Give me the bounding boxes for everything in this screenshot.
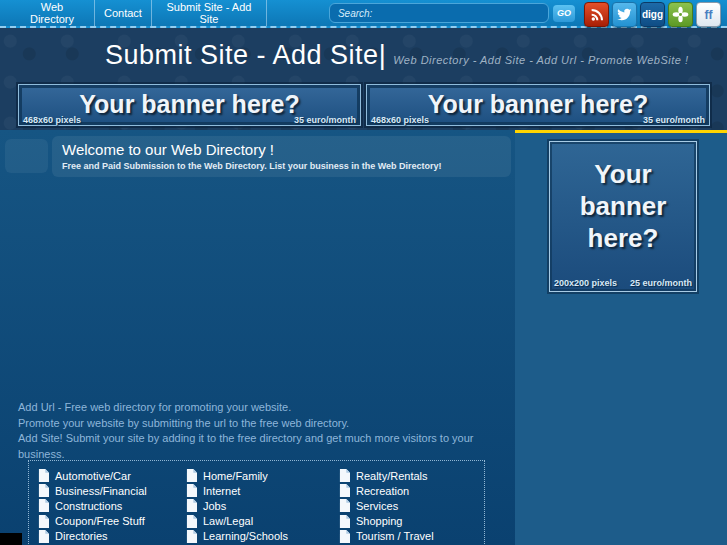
category-label: Services [356,500,398,512]
category-link[interactable]: Jobs [186,498,288,513]
page-icon [38,484,49,497]
friendfeed-label: ff [705,8,713,22]
page-icon [38,499,49,512]
category-link[interactable]: Services [339,498,434,513]
page-icon [339,484,350,497]
intro-text: Add Url - Free web directory for promoti… [18,400,515,462]
intro-line-3: Add Site! Submit your site by adding it … [18,431,515,462]
side-banner-line-3: here? [550,222,696,254]
category-link[interactable]: Shopping [339,514,434,529]
category-link[interactable]: Constructions [38,498,147,513]
category-label: Tourism / Travel [356,530,434,542]
category-label: Shopping [356,515,403,527]
category-link[interactable]: Tourism / Travel [339,529,434,544]
friendfeed-icon[interactable]: ff [696,2,721,27]
category-label: Realty/Rentals [356,470,428,482]
pinwheel-share-icon[interactable] [668,2,693,27]
category-link[interactable]: Law/Legal [186,514,288,529]
nav-item-web-directory[interactable]: Web Directory [10,0,95,26]
category-label: Business/Financial [55,485,147,497]
banner-price-label: 35 euro/month [643,115,705,125]
side-banner-line-2: banner [550,190,696,222]
pinwheel-glyph [672,6,689,23]
welcome-side-tab [5,139,48,173]
category-label: Law/Legal [203,515,253,527]
nav-item-submit-site[interactable]: Submit Site - Add Site [152,0,267,26]
category-label: Learning/Schools [203,530,288,542]
category-label: Jobs [203,500,226,512]
bottom-left-corner [0,533,22,545]
rss-glyph [589,7,605,23]
banner-price-label: 35 euro/month [294,115,356,125]
page-icon [38,515,49,528]
category-link[interactable]: Learning/Schools [186,529,288,544]
search-go-button[interactable]: GO [553,5,575,22]
digg-icon[interactable]: digg [640,2,665,27]
web-directory-page: Web Directory Contact Submit Site - Add … [0,0,727,545]
category-link[interactable]: Home/Family [186,468,288,483]
category-label: Home/Family [203,470,268,482]
page-icon [186,499,197,512]
top-banner-left[interactable]: Your banner here? 468x60 pixels 35 euro/… [18,84,361,126]
category-column-1: Automotive/CarBusiness/FinancialConstruc… [38,468,147,544]
page-icon [339,515,350,528]
welcome-panel: Welcome to our Web Directory ! Free and … [52,136,511,177]
right-sidebar: Your banner here? 200x200 pixels 25 euro… [515,133,727,545]
page-icon [38,469,49,482]
nav-item-contact[interactable]: Contact [95,0,152,26]
intro-line-1: Add Url - Free web directory for promoti… [18,400,515,416]
category-link[interactable]: Realty/Rentals [339,468,434,483]
page-icon [186,484,197,497]
category-label: Constructions [55,500,122,512]
side-banner-price-label: 25 euro/month [630,278,692,288]
welcome-subtitle: Free and Paid Submission to the Web Dire… [62,161,442,171]
intro-line-2: Promote your website by submitting the u… [18,416,515,432]
category-label: Internet [203,485,240,497]
digg-label: digg [642,9,663,20]
category-link[interactable]: Recreation [339,483,434,498]
category-list-panel: Automotive/CarBusiness/FinancialConstruc… [28,460,485,545]
nav-menu: Web Directory Contact Submit Site - Add … [10,0,267,26]
site-title-text: Submit Site - Add Site| [105,40,386,70]
page-icon [339,469,350,482]
page-icon [339,499,350,512]
page-icon [339,530,350,543]
category-label: Directories [55,530,108,542]
page-icon [186,515,197,528]
category-link[interactable]: Directories [38,529,147,544]
category-link[interactable]: Business/Financial [38,483,147,498]
twitter-icon[interactable] [612,2,637,27]
search-input[interactable] [329,3,549,23]
page-icon [38,530,49,543]
category-column-2: Home/FamilyInternetJobsLaw/LegalLearning… [186,468,288,544]
page-icon [186,530,197,543]
category-column-3: Realty/RentalsRecreationServicesShopping… [339,468,434,544]
category-link[interactable]: Coupon/Free Stuff [38,514,147,529]
top-banner-right[interactable]: Your banner here? 468x60 pixels 35 euro/… [366,84,710,126]
side-banner[interactable]: Your banner here? 200x200 pixels 25 euro… [549,141,697,292]
side-banner-size-label: 200x200 pixels [554,278,617,288]
category-label: Coupon/Free Stuff [55,515,145,527]
page-icon [186,469,197,482]
category-label: Recreation [356,485,409,497]
banner-size-label: 468x60 pixels [23,115,81,125]
category-link[interactable]: Internet [186,483,288,498]
rss-icon[interactable] [584,2,609,27]
side-banner-footer: 200x200 pixels 25 euro/month [554,278,692,288]
category-link[interactable]: Automotive/Car [38,468,147,483]
search-area: GO [329,0,575,26]
main-content: Welcome to our Web Directory ! Free and … [0,130,515,545]
social-icons: digg ff [584,2,721,27]
banner-size-label: 468x60 pixels [371,115,429,125]
side-banner-line-1: Your [550,158,696,190]
twitter-bird-glyph [616,6,633,23]
welcome-title: Welcome to our Web Directory ! [62,141,274,158]
site-title: Submit Site - Add Site|Web Directory - A… [105,40,689,71]
category-label: Automotive/Car [55,470,131,482]
header-band: Submit Site - Add Site|Web Directory - A… [0,28,727,130]
site-tagline: Web Directory - Add Site - Add Url - Pro… [393,54,688,66]
